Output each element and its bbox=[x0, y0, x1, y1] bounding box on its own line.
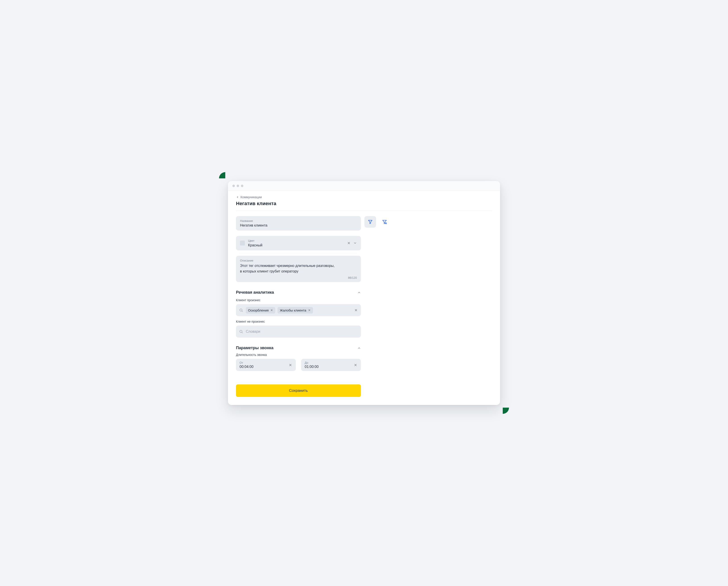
titlebar bbox=[228, 181, 500, 191]
chip-remove-icon[interactable] bbox=[308, 309, 311, 312]
client-not-said-label: Клиент не произнес bbox=[236, 320, 361, 323]
duration-to-value: 01:00:00 bbox=[305, 365, 318, 369]
clear-to-button[interactable] bbox=[354, 363, 357, 367]
duration-to-field[interactable]: До 01:00:00 bbox=[301, 359, 361, 371]
duration-from-label: От bbox=[239, 361, 253, 364]
description-value: Этот тег отслеживает чрезмерно длительны… bbox=[240, 263, 357, 274]
color-label: Цвет bbox=[248, 239, 344, 242]
breadcrumb-back[interactable]: Коммуникации bbox=[236, 195, 492, 199]
search-icon bbox=[239, 308, 243, 312]
breadcrumb-label: Коммуникации bbox=[240, 195, 262, 199]
chip[interactable]: Оскорбления bbox=[246, 307, 275, 314]
duration-from-value: 00:04:00 bbox=[239, 365, 253, 369]
window-control-min[interactable] bbox=[237, 185, 239, 187]
description-label: Описание bbox=[240, 259, 357, 262]
chip-label: Жалобы клиента bbox=[280, 309, 306, 312]
speech-section-title: Речевая аналитика bbox=[236, 290, 274, 295]
chip-remove-icon[interactable] bbox=[270, 309, 273, 312]
not-said-placeholder: Словари bbox=[246, 329, 260, 334]
window-control-close[interactable] bbox=[232, 185, 235, 187]
color-value: Красный bbox=[248, 243, 344, 247]
chip[interactable]: Жалобы клиента bbox=[278, 307, 313, 314]
clear-filter-button[interactable] bbox=[379, 216, 390, 228]
svg-line-3 bbox=[242, 311, 242, 312]
window-control-max[interactable] bbox=[241, 185, 243, 187]
client-said-input[interactable]: ОскорбленияЖалобы клиента bbox=[236, 304, 361, 316]
clear-said-button[interactable] bbox=[354, 309, 358, 312]
call-section-title: Параметры звонка bbox=[236, 346, 274, 350]
save-button[interactable]: Сохранить bbox=[236, 384, 361, 397]
chevron-left-icon bbox=[236, 195, 239, 199]
filter-button[interactable] bbox=[364, 216, 376, 228]
client-said-label: Клиент произнес bbox=[236, 298, 361, 302]
svg-marker-16 bbox=[368, 220, 372, 224]
filter-icon bbox=[368, 219, 373, 224]
description-counter: 86/120 bbox=[348, 276, 357, 279]
clear-from-button[interactable] bbox=[289, 363, 292, 367]
name-label: Название bbox=[240, 219, 357, 222]
clear-color-button[interactable] bbox=[347, 241, 350, 245]
chevron-down-icon[interactable] bbox=[353, 241, 357, 245]
name-field[interactable]: Название Негатив клиента bbox=[236, 216, 361, 231]
svg-line-11 bbox=[242, 332, 242, 333]
app-window: Коммуникации Негатив клиента Название Не… bbox=[228, 181, 500, 405]
description-field[interactable]: Описание Этот тег отслеживает чрезмерно … bbox=[236, 256, 361, 282]
collapse-speech-button[interactable] bbox=[357, 291, 361, 294]
client-not-said-input[interactable]: Словари bbox=[236, 325, 361, 338]
name-value: Негатив клиента bbox=[240, 223, 357, 228]
duration-label: Длительность звонка bbox=[236, 353, 361, 356]
color-swatch bbox=[240, 241, 245, 245]
color-field[interactable]: Цвет Красный bbox=[236, 236, 361, 250]
collapse-call-button[interactable] bbox=[357, 346, 361, 350]
filter-clear-icon bbox=[382, 219, 387, 224]
page-title: Негатив клиента bbox=[236, 201, 492, 207]
chip-label: Оскорбления bbox=[248, 309, 268, 312]
search-icon bbox=[239, 329, 243, 334]
duration-from-field[interactable]: От 00:04:00 bbox=[236, 359, 296, 371]
duration-to-label: До bbox=[305, 361, 318, 364]
